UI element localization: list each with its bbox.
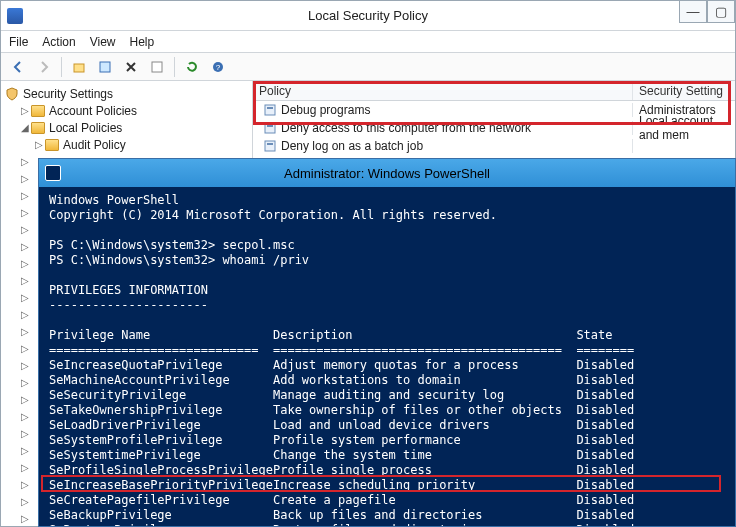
tree-arrow-icon[interactable]: ▷ (19, 156, 31, 167)
secpol-sysbuttons: — ▢ (679, 1, 735, 23)
powershell-window: Administrator: Windows PowerShell Window… (38, 158, 736, 527)
tree-item-label: Account Policies (49, 104, 137, 118)
tree-arrow-icon[interactable]: ▷ (19, 462, 31, 473)
menu-help[interactable]: Help (130, 35, 155, 49)
policy-name: Deny access to this computer from the ne… (281, 121, 531, 135)
ps-console[interactable]: Windows PowerShell Copyright (C) 2014 Mi… (39, 187, 735, 526)
tree-arrow-icon[interactable]: ▷ (19, 394, 31, 405)
ps-title: Administrator: Windows PowerShell (284, 166, 490, 181)
properties-button[interactable] (94, 56, 116, 78)
folder-icon (31, 105, 45, 117)
tree-arrow-icon[interactable]: ▷ (19, 479, 31, 490)
policy-row[interactable]: Deny access to this computer from the ne… (253, 119, 735, 137)
up-button[interactable] (68, 56, 90, 78)
menu-view[interactable]: View (90, 35, 116, 49)
tree-arrow-icon[interactable]: ◢ (19, 122, 31, 133)
menu-action[interactable]: Action (42, 35, 75, 49)
tree-arrow-icon[interactable]: ▷ (19, 496, 31, 507)
tree-arrow-icon[interactable]: ▷ (19, 309, 31, 320)
menu-file[interactable]: File (9, 35, 28, 49)
secpol-titlebar[interactable]: Local Security Policy — ▢ (1, 1, 735, 31)
tree-item-0[interactable]: ▷Account Policies (5, 102, 248, 119)
policy-icon (263, 103, 277, 117)
tree-item-label: Audit Policy (63, 138, 126, 152)
policy-name: Deny log on as a batch job (281, 139, 423, 153)
forward-button[interactable] (33, 56, 55, 78)
policy-icon (263, 139, 277, 153)
tree-root-label: Security Settings (23, 87, 113, 101)
tree-arrow-icon[interactable]: ▷ (19, 258, 31, 269)
tree-arrow-icon[interactable]: ▷ (19, 207, 31, 218)
tree-arrow-icon[interactable]: ▷ (19, 224, 31, 235)
tree-arrow-icon[interactable]: ▷ (19, 173, 31, 184)
minimize-button[interactable]: — (679, 1, 707, 23)
toolbar-sep (61, 57, 62, 77)
tree-arrow-icon[interactable]: ▷ (19, 377, 31, 388)
help-button[interactable]: ? (207, 56, 229, 78)
svg-rect-6 (267, 107, 273, 109)
maximize-button[interactable]: ▢ (707, 1, 735, 23)
secpol-toolbar: ? (1, 53, 735, 81)
tree-arrow-icon[interactable]: ▷ (19, 241, 31, 252)
secpol-menubar: File Action View Help (1, 31, 735, 53)
svg-rect-9 (265, 141, 275, 151)
tree-arrow-icon[interactable]: ▷ (19, 292, 31, 303)
svg-rect-1 (100, 62, 110, 72)
delete-button[interactable] (120, 56, 142, 78)
policy-icon (263, 121, 277, 135)
svg-rect-0 (74, 64, 84, 72)
secpol-title: Local Security Policy (308, 8, 428, 23)
tree-arrow-icon[interactable]: ▷ (19, 326, 31, 337)
tree-item-label: Local Policies (49, 121, 122, 135)
tree-arrow-icon[interactable]: ▷ (19, 428, 31, 439)
tree-arrow-icon[interactable]: ▷ (19, 360, 31, 371)
tree-arrow-icon[interactable]: ▷ (19, 445, 31, 456)
ps-titlebar[interactable]: Administrator: Windows PowerShell (39, 159, 735, 187)
export-button[interactable] (146, 56, 168, 78)
col-policy[interactable]: Policy (253, 81, 633, 100)
col-setting[interactable]: Security Setting (633, 81, 735, 100)
tree-arrow-icon[interactable]: ▷ (19, 343, 31, 354)
tree-arrow-icon[interactable]: ▷ (19, 105, 31, 116)
folder-icon (45, 139, 59, 151)
tree-arrow-icon[interactable]: ▷ (19, 275, 31, 286)
ps-app-icon (45, 165, 61, 181)
tree-root[interactable]: Security Settings (5, 85, 248, 102)
tree-arrow-icon[interactable]: ▷ (19, 190, 31, 201)
folder-icon (31, 122, 45, 134)
svg-rect-7 (265, 123, 275, 133)
secpol-app-icon (7, 8, 23, 24)
shield-icon (5, 87, 19, 101)
tree-arrow-icon[interactable]: ▷ (19, 513, 31, 524)
tree-item-1[interactable]: ◢Local Policies (5, 119, 248, 136)
back-button[interactable] (7, 56, 29, 78)
svg-rect-10 (267, 143, 273, 145)
svg-rect-8 (267, 125, 273, 127)
highlight-sedebugprivilege (41, 475, 721, 492)
svg-rect-5 (265, 105, 275, 115)
list-header[interactable]: Policy Security Setting (253, 81, 735, 101)
policy-name: Debug programs (281, 103, 370, 117)
refresh-button[interactable] (181, 56, 203, 78)
policy-setting: Local account and mem (639, 114, 735, 142)
svg-text:?: ? (216, 63, 221, 72)
toolbar-sep2 (174, 57, 175, 77)
tree-arrow-icon[interactable]: ▷ (19, 411, 31, 422)
tree-item-2[interactable]: ▷Audit Policy (5, 136, 248, 153)
svg-rect-2 (152, 62, 162, 72)
tree-arrow-icon[interactable]: ▷ (33, 139, 45, 150)
